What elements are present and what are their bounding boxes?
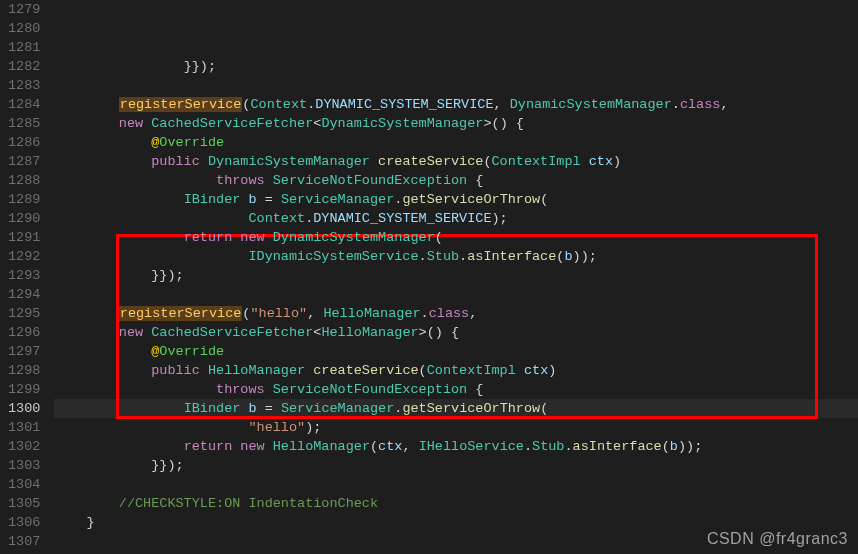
line-number: 1296 (8, 323, 40, 342)
line-number: 1286 (8, 133, 40, 152)
line-number: 1284 (8, 95, 40, 114)
line-number: 1282 (8, 57, 40, 76)
line-number: 1292 (8, 247, 40, 266)
line-number: 1305 (8, 494, 40, 513)
line-number: 1280 (8, 19, 40, 38)
line-number: 1301 (8, 418, 40, 437)
line-number-gutter: 1279128012811282128312841285128612871288… (0, 0, 54, 554)
code-line[interactable]: @Override (54, 133, 858, 152)
code-line[interactable]: }}); (54, 456, 858, 475)
line-number: 1294 (8, 285, 40, 304)
line-number: 1297 (8, 342, 40, 361)
code-line[interactable]: "hello"); (54, 418, 858, 437)
line-number: 1289 (8, 190, 40, 209)
code-line[interactable]: public DynamicSystemManager createServic… (54, 152, 858, 171)
code-line[interactable]: }}); (54, 266, 858, 285)
code-line[interactable]: IDynamicSystemService.Stub.asInterface(b… (54, 247, 858, 266)
line-number: 1307 (8, 532, 40, 551)
code-line[interactable]: throws ServiceNotFoundException { (54, 380, 858, 399)
code-line[interactable] (54, 532, 858, 551)
line-number: 1299 (8, 380, 40, 399)
code-line[interactable]: new CachedServiceFetcher<HelloManager>()… (54, 323, 858, 342)
code-line[interactable]: IBinder b = ServiceManager.getServiceOrT… (54, 190, 858, 209)
line-number: 1303 (8, 456, 40, 475)
line-number: 1287 (8, 152, 40, 171)
code-line[interactable]: return new DynamicSystemManager( (54, 228, 858, 247)
line-number: 1288 (8, 171, 40, 190)
line-number: 1302 (8, 437, 40, 456)
code-line[interactable]: throws ServiceNotFoundException { (54, 171, 858, 190)
code-line[interactable] (54, 285, 858, 304)
line-number: 1293 (8, 266, 40, 285)
code-line[interactable]: @Override (54, 342, 858, 361)
line-number: 1281 (8, 38, 40, 57)
code-area[interactable]: }}); registerService(Context.DYNAMIC_SYS… (54, 0, 858, 554)
line-number: 1298 (8, 361, 40, 380)
code-line[interactable]: new CachedServiceFetcher<DynamicSystemMa… (54, 114, 858, 133)
code-line[interactable]: IBinder b = ServiceManager.getServiceOrT… (54, 399, 858, 418)
line-number: 1285 (8, 114, 40, 133)
code-line[interactable] (54, 475, 858, 494)
line-number: 1283 (8, 76, 40, 95)
line-number: 1291 (8, 228, 40, 247)
code-line[interactable] (54, 76, 858, 95)
code-line[interactable]: public HelloManager createService(Contex… (54, 361, 858, 380)
line-number: 1300 (8, 399, 40, 418)
line-number: 1304 (8, 475, 40, 494)
code-line[interactable]: }}); (54, 57, 858, 76)
code-line[interactable]: } (54, 513, 858, 532)
code-line[interactable]: registerService("hello", HelloManager.cl… (54, 304, 858, 323)
line-number: 1279 (8, 0, 40, 19)
line-number: 1290 (8, 209, 40, 228)
code-line[interactable]: Context.DYNAMIC_SYSTEM_SERVICE); (54, 209, 858, 228)
code-line[interactable]: //CHECKSTYLE:ON IndentationCheck (54, 494, 858, 513)
code-line[interactable]: registerService(Context.DYNAMIC_SYSTEM_S… (54, 95, 858, 114)
line-number: 1306 (8, 513, 40, 532)
code-editor[interactable]: 1279128012811282128312841285128612871288… (0, 0, 858, 554)
code-line[interactable]: return new HelloManager(ctx, IHelloServi… (54, 437, 858, 456)
line-number: 1295 (8, 304, 40, 323)
